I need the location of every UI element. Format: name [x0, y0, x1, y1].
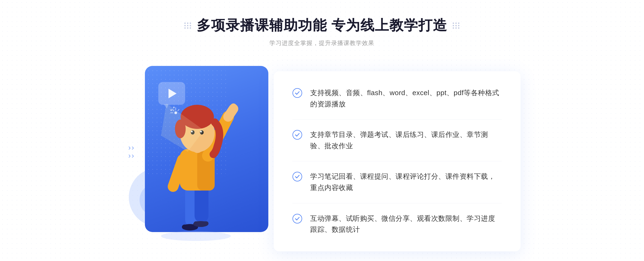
content-section: › › › › [107, 61, 537, 251]
check-icon-3 [292, 172, 302, 181]
right-decorative-dots [453, 23, 460, 29]
svg-rect-6 [194, 221, 208, 226]
feature-text-2: 支持章节目录、弹题考试、课后练习、课后作业、章节测验、批改作业 [310, 129, 502, 151]
feature-text-3: 学习笔记回看、课程提问、课程评论打分、课件资料下载，重点内容收藏 [310, 171, 502, 193]
subtitle: 学习进度全掌握，提升录播课教学效果 [184, 39, 460, 47]
feature-item-1: 支持视频、音频、flash、word、excel、ppt、pdf等各种格式的资源… [292, 87, 502, 120]
svg-line-10 [228, 109, 233, 117]
check-icon-2 [292, 130, 302, 140]
svg-point-0 [161, 231, 231, 241]
svg-point-11 [230, 103, 237, 110]
page-container: 多项录播课辅助功能 专为线上教学打造 学习进度全掌握，提升录播课教学效果 [0, 0, 644, 261]
check-icon-1 [292, 88, 302, 98]
chevron-icon: › [131, 144, 134, 151]
svg-point-22 [174, 111, 177, 114]
chevron-icon: › [128, 144, 131, 151]
chevron-icon: › [128, 152, 131, 159]
feature-text-1: 支持视频、音频、flash、word、excel、ppt、pdf等各种格式的资源… [310, 87, 502, 110]
title-row: 多项录播课辅助功能 专为线上教学打造 [184, 16, 460, 35]
feature-item-3: 学习笔记回看、课程提问、课程评论打分、课件资料下载，重点内容收藏 [292, 161, 502, 203]
chevron-icon: › [131, 152, 134, 159]
left-decorative-dots [184, 23, 191, 29]
feature-text-4: 互动弹幕、试听购买、微信分享、观看次数限制、学习进度跟踪、数据统计 [310, 213, 502, 235]
svg-line-28 [178, 109, 179, 111]
header-section: 多项录播课辅助功能 专为线上教学打造 学习进度全掌握，提升录播课教学效果 [184, 16, 460, 47]
illustration-wrapper: › › › › [123, 61, 279, 243]
feature-item-4: 互动弹幕、试听购买、微信分享、观看次数限制、学习进度跟踪、数据统计 [292, 203, 502, 235]
check-icon-4 [292, 214, 302, 223]
person-illustration [150, 87, 241, 243]
feature-item-2: 支持章节目录、弹题考试、课后练习、课后作业、章节测验、批改作业 [292, 120, 502, 161]
chevron-arrows: › › › › [128, 144, 134, 159]
features-panel: 支持视频、音频、flash、word、excel、ppt、pdf等各种格式的资源… [274, 71, 521, 251]
svg-point-24 [173, 107, 175, 108]
svg-point-23 [170, 109, 172, 111]
main-title: 多项录播课辅助功能 专为线上教学打造 [197, 16, 447, 35]
